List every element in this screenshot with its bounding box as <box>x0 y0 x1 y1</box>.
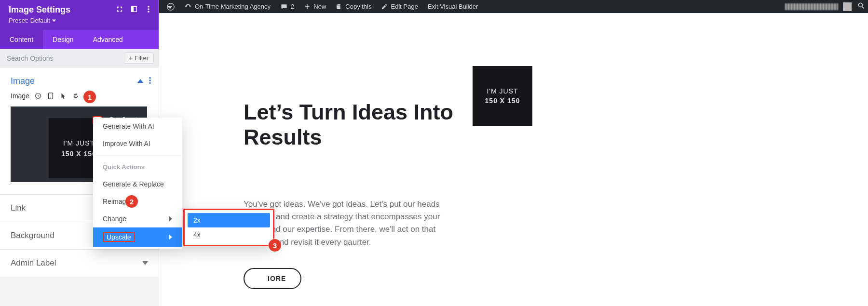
svg-text:?: ? <box>37 94 39 98</box>
avatar[interactable] <box>843 2 852 11</box>
wp-new-label: New <box>313 3 326 10</box>
wp-comments-count: 2 <box>291 3 294 10</box>
chevron-down-icon <box>52 19 56 23</box>
wp-admin-bar: On-Time Marketing Agency 2 New Copy this… <box>159 0 868 13</box>
upscale-2x[interactable]: 2x <box>188 213 270 227</box>
ai-dropdown: Generate With AI Improve With AI Quick A… <box>93 118 182 249</box>
expand-icon[interactable] <box>116 6 123 14</box>
section-title[interactable]: Image <box>11 76 137 86</box>
chevron-down-icon <box>142 260 148 266</box>
chevron-right-icon <box>169 235 173 239</box>
upscale-4x[interactable]: 4x <box>188 227 270 242</box>
gauge-icon <box>184 3 192 11</box>
tablet-icon[interactable] <box>47 93 54 99</box>
svg-point-8 <box>149 80 151 81</box>
panel-title: Image Settings <box>9 5 116 15</box>
page-canvas: Let’s Turn Ideas Into Results You've got… <box>159 13 868 306</box>
dock-icon[interactable] <box>131 6 137 14</box>
tab-advanced[interactable]: Advanced <box>83 30 133 49</box>
preset-label: Preset: Default <box>9 17 50 24</box>
svg-point-1 <box>858 3 862 7</box>
tab-content[interactable]: Content <box>0 30 43 49</box>
reset-icon[interactable] <box>72 93 80 99</box>
thumb-line2: 150 X 150 <box>61 150 96 158</box>
image-field-row: Image ? <box>0 92 159 104</box>
wp-copy-label: Copy this <box>345 3 371 10</box>
hover-icon[interactable] <box>59 93 67 99</box>
image-field-label: Image <box>11 92 29 100</box>
svg-point-7 <box>149 77 151 79</box>
dd-change[interactable]: Change <box>93 210 182 227</box>
wp-edit-page[interactable]: Edit Page <box>376 0 422 13</box>
collapse-icon[interactable] <box>137 78 143 85</box>
wp-comments[interactable]: 2 <box>275 0 299 13</box>
row-admin-label-text: Admin Label <box>11 258 142 268</box>
dd-generate-ai[interactable]: Generate With AI <box>93 118 182 135</box>
filter-button[interactable]: + Filter <box>124 53 154 64</box>
wp-search[interactable] <box>857 2 865 11</box>
svg-point-5 <box>148 8 149 10</box>
copy-icon <box>336 3 342 10</box>
search-row: + Filter <box>0 49 159 67</box>
preset-selector[interactable]: Preset: Default <box>9 17 56 24</box>
svg-point-6 <box>148 11 149 13</box>
wordpress-icon <box>167 3 175 11</box>
row-admin-label[interactable]: Admin Label <box>0 249 159 277</box>
side-img-line2: 150 X 150 <box>485 97 520 105</box>
panel-tabs: Content Design Advanced <box>0 30 159 49</box>
callout-3: 3 <box>269 239 281 252</box>
thumb-line1: I'M JUST <box>63 139 95 147</box>
comment-icon <box>280 3 288 11</box>
wp-site-name: On-Time Marketing Agency <box>195 3 271 10</box>
callout-2: 2 <box>125 195 138 208</box>
panel-header: Image Settings Preset: Default <box>0 0 159 30</box>
tab-design[interactable]: Design <box>43 30 83 49</box>
search-input[interactable] <box>7 54 124 62</box>
svg-point-13 <box>50 98 51 99</box>
wp-exit-label: Exit Visual Builder <box>428 3 478 10</box>
wp-edit-label: Edit Page <box>391 3 418 10</box>
plus-icon <box>304 3 311 10</box>
filter-label: Filter <box>135 54 149 62</box>
hero-block: Let’s Turn Ideas Into Results You've got… <box>244 100 456 289</box>
learn-more-visible-text: IORE <box>268 275 286 282</box>
side-img-line1: I'M JUST <box>487 87 518 95</box>
dd-generate-replace[interactable]: Generate & Replace <box>93 175 182 193</box>
dd-improve-ai[interactable]: Improve With AI <box>93 135 182 152</box>
dd-quick-actions-head: Quick Actions <box>93 159 182 175</box>
svg-rect-3 <box>132 7 134 12</box>
learn-more-button[interactable]: IORE <box>244 268 301 289</box>
wp-dashboard[interactable]: On-Time Marketing Agency <box>179 0 275 13</box>
svg-point-4 <box>148 6 149 8</box>
wp-new[interactable]: New <box>299 0 331 13</box>
search-icon <box>857 2 865 10</box>
callout-1: 1 <box>83 91 96 103</box>
pencil-icon <box>381 3 388 10</box>
hero-title: Let’s Turn Ideas Into Results <box>244 100 456 150</box>
section-more-icon[interactable] <box>143 77 151 85</box>
help-icon[interactable]: ? <box>34 93 42 99</box>
svg-point-9 <box>149 82 151 84</box>
wp-logo[interactable] <box>162 0 179 13</box>
more-icon[interactable] <box>145 6 152 14</box>
dd-upscale[interactable]: Upscale <box>93 227 182 247</box>
canvas-placeholder-image[interactable]: I'M JUST 150 X 150 <box>473 66 532 126</box>
upscale-submenu: 2x 4x <box>183 209 274 246</box>
wp-user-greeting-blurred <box>785 3 838 10</box>
wp-exit-visual[interactable]: Exit Visual Builder <box>423 0 483 13</box>
wp-copy-this[interactable]: Copy this <box>331 0 376 13</box>
chevron-right-icon <box>169 216 173 221</box>
